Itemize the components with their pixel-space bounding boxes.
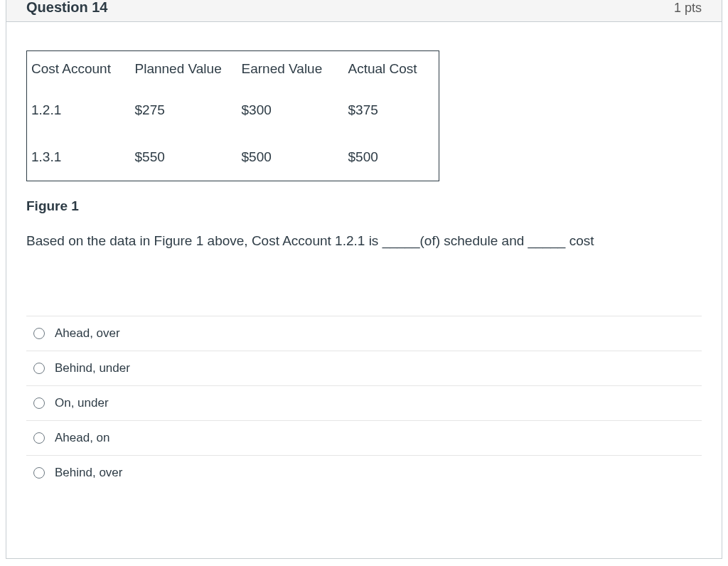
- table-header: Planned Value: [127, 51, 233, 87]
- table-header-row: Cost Account Planned Value Earned Value …: [27, 51, 439, 87]
- radio-icon[interactable]: [33, 363, 45, 374]
- table-row: 1.3.1 $550 $500 $500: [27, 134, 439, 181]
- radio-icon[interactable]: [33, 432, 45, 444]
- question-header: Question 14 1 pts: [6, 0, 722, 22]
- table-cell: $300: [233, 87, 340, 134]
- option-label: Behind, under: [55, 361, 130, 375]
- radio-icon[interactable]: [33, 328, 45, 339]
- data-table: Cost Account Planned Value Earned Value …: [26, 50, 439, 181]
- radio-icon[interactable]: [33, 397, 45, 409]
- table-header: Cost Account: [27, 51, 127, 87]
- question-prompt: Based on the data in Figure 1 above, Cos…: [26, 231, 702, 252]
- answer-option[interactable]: Behind, over: [26, 455, 702, 490]
- answer-option[interactable]: Behind, under: [26, 351, 702, 385]
- table-cell: $275: [127, 87, 233, 134]
- question-body: Cost Account Planned Value Earned Value …: [6, 22, 722, 504]
- answer-option[interactable]: Ahead, on: [26, 420, 702, 455]
- option-label: On, under: [55, 396, 109, 410]
- answer-option[interactable]: Ahead, over: [26, 316, 702, 351]
- table-cell: $550: [127, 134, 233, 181]
- option-label: Ahead, over: [55, 326, 120, 341]
- table-cell: 1.3.1: [27, 134, 127, 181]
- answer-options: Ahead, over Behind, under On, under Ahea…: [26, 316, 702, 490]
- answer-option[interactable]: On, under: [26, 385, 702, 420]
- figure-label: Figure 1: [26, 198, 702, 214]
- table-cell: 1.2.1: [27, 87, 127, 134]
- table-row: 1.2.1 $275 $300 $375: [27, 87, 439, 134]
- table-header: Earned Value: [233, 51, 340, 87]
- table-cell: $375: [340, 87, 439, 134]
- option-label: Behind, over: [55, 466, 122, 480]
- table-cell: $500: [233, 134, 340, 181]
- radio-icon[interactable]: [33, 467, 45, 479]
- question-title: Question 14: [26, 0, 107, 14]
- option-label: Ahead, on: [55, 431, 110, 445]
- question-points: 1 pts: [674, 1, 702, 14]
- question-container: Question 14 1 pts Cost Account Planned V…: [6, 0, 722, 559]
- table-header: Actual Cost: [340, 51, 439, 87]
- table-cell: $500: [340, 134, 439, 181]
